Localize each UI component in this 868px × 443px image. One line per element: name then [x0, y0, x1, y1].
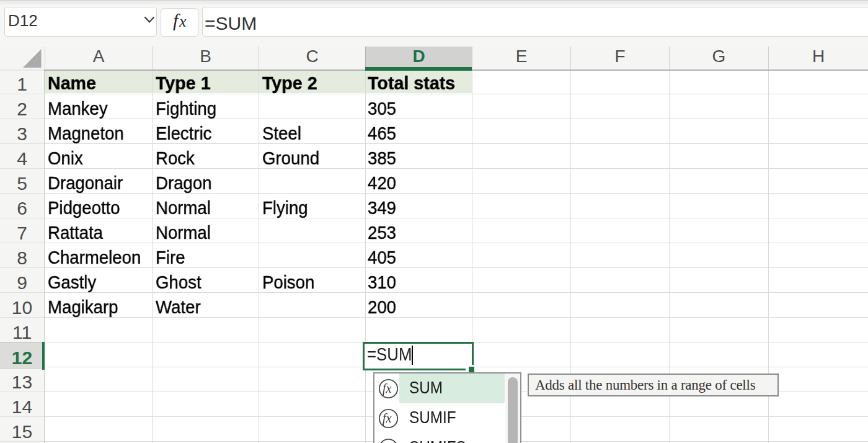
- svg-text:fx: fx: [383, 411, 392, 426]
- svg-text:fx: fx: [383, 382, 392, 396]
